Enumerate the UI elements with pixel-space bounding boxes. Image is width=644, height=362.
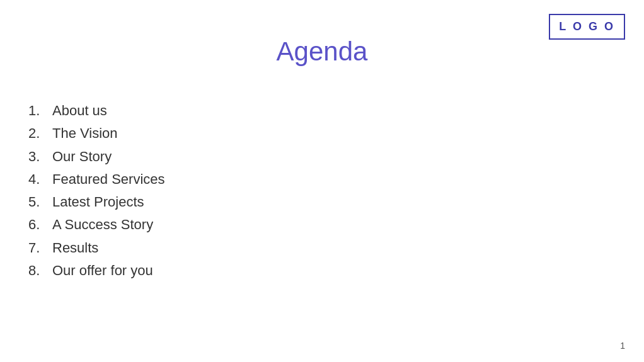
item-label: The Vision xyxy=(52,122,118,145)
list-item: 6.A Success Story xyxy=(28,213,165,236)
item-label: Our Story xyxy=(52,145,112,168)
item-number: 6. xyxy=(28,213,49,236)
item-number: 1. xyxy=(28,99,49,122)
list-item: 7.Results xyxy=(28,237,165,259)
page-title: Agenda xyxy=(0,37,644,67)
item-label: About us xyxy=(52,99,107,122)
item-number: 3. xyxy=(28,145,49,168)
agenda-list: 1.About us2.The Vision3.Our Story4.Featu… xyxy=(28,99,165,282)
item-number: 4. xyxy=(28,168,49,191)
list-item: 2.The Vision xyxy=(28,122,165,145)
page-number: 1 xyxy=(620,341,625,351)
item-number: 8. xyxy=(28,259,49,282)
list-item: 5.Latest Projects xyxy=(28,191,165,213)
item-label: Featured Services xyxy=(52,168,165,191)
item-number: 2. xyxy=(28,122,49,145)
list-item: 8.Our offer for you xyxy=(28,259,165,282)
item-number: 7. xyxy=(28,237,49,259)
item-label: Latest Projects xyxy=(52,191,144,213)
item-label: Our offer for you xyxy=(52,259,153,282)
item-label: A Success Story xyxy=(52,213,153,236)
logo: L O G O xyxy=(549,14,625,40)
list-item: 1.About us xyxy=(28,99,165,122)
item-number: 5. xyxy=(28,191,49,213)
list-item: 3.Our Story xyxy=(28,145,165,168)
item-label: Results xyxy=(52,237,98,259)
slide: L O G O Agenda 1.About us2.The Vision3.O… xyxy=(0,0,644,362)
list-item: 4.Featured Services xyxy=(28,168,165,191)
